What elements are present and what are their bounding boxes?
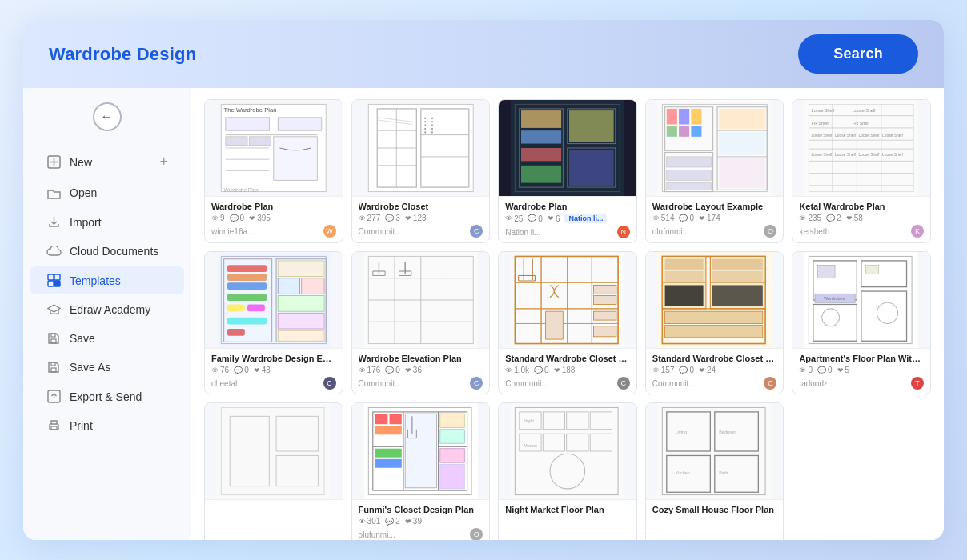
svg-rect-144 bbox=[664, 259, 703, 270]
svg-text:Wardrobes: Wardrobes bbox=[824, 296, 845, 301]
template-info: Wardrobe Closet 👁277 💬3 ❤123 Communit...… bbox=[352, 196, 490, 242]
template-grid: The Wardrobe Plan Wardrobe Plan bbox=[204, 99, 931, 540]
template-card[interactable]: Family Wardrobe Design Example 👁76 💬0 ❤4… bbox=[204, 251, 343, 394]
svg-rect-142 bbox=[664, 311, 762, 323]
export-icon bbox=[46, 390, 62, 403]
new-label: New bbox=[70, 156, 92, 169]
template-meta: 👁277 💬3 ❤123 bbox=[359, 214, 484, 222]
academy-icon bbox=[46, 304, 62, 315]
svg-rect-98 bbox=[227, 265, 267, 272]
sidebar-item-save-as[interactable]: Save As bbox=[30, 354, 184, 381]
templates-label: Templates bbox=[70, 274, 121, 287]
template-meta: 👁0 💬0 ❤5 bbox=[799, 366, 924, 374]
svg-rect-143 bbox=[664, 326, 762, 338]
template-card[interactable] bbox=[204, 402, 343, 540]
sidebar-item-import[interactable]: Import bbox=[30, 208, 184, 236]
template-name: Ketal Wardrobe Plan bbox=[799, 202, 924, 211]
sidebar-item-new[interactable]: New + bbox=[30, 146, 184, 178]
save-as-label: Save As bbox=[70, 361, 110, 374]
svg-rect-182 bbox=[439, 430, 464, 443]
import-label: Import bbox=[70, 216, 102, 229]
author-name: winnie16a... bbox=[211, 227, 254, 236]
template-card[interactable]: Funmi's Closet Design Plan 👁301 💬2 ❤39 o… bbox=[351, 402, 491, 540]
template-thumbnail: The Wardrobe Plan Wardrobe Plan bbox=[205, 100, 343, 196]
template-card[interactable]: Living Bedroom Kitchen Bath Cozy Small H… bbox=[645, 402, 784, 540]
svg-rect-134 bbox=[594, 326, 616, 337]
template-card[interactable]: Wardrobe Layout Example 👁514 💬0 ❤174 olu… bbox=[645, 99, 784, 243]
svg-rect-131 bbox=[594, 285, 616, 294]
template-name: Wardrobe Plan bbox=[211, 202, 336, 211]
back-button[interactable]: ← bbox=[93, 102, 122, 131]
template-info: Night Market Floor Plan bbox=[499, 499, 636, 521]
template-card[interactable]: Wardrobe Elevation Plan 👁176 💬0 ❤36 Comm… bbox=[351, 251, 491, 394]
svg-rect-5 bbox=[54, 274, 60, 280]
svg-text:Market: Market bbox=[524, 443, 537, 448]
svg-rect-109 bbox=[278, 296, 324, 312]
author-avatar: W bbox=[323, 225, 336, 238]
svg-rect-99 bbox=[227, 274, 267, 281]
svg-rect-7 bbox=[54, 281, 60, 286]
author-avatar: C bbox=[470, 377, 483, 390]
template-card[interactable]: ... Wardrobe Closet 👁277 💬3 ❤123 Communi… bbox=[351, 99, 491, 243]
templates-icon bbox=[46, 274, 62, 287]
svg-rect-158 bbox=[818, 265, 836, 278]
search-title: Wardrobe Design bbox=[49, 44, 196, 65]
svg-rect-181 bbox=[439, 414, 464, 427]
svg-rect-176 bbox=[375, 426, 402, 434]
svg-rect-58 bbox=[691, 109, 701, 125]
search-button[interactable]: Search bbox=[798, 34, 918, 74]
svg-rect-8 bbox=[51, 339, 56, 343]
template-thumbnail: ... bbox=[352, 100, 490, 196]
svg-text:Bath: Bath bbox=[719, 470, 728, 475]
template-card[interactable]: Standard Wardrobe Closet Design 👁1.0k 💬0… bbox=[498, 251, 637, 394]
sidebar-item-save[interactable]: Save bbox=[30, 325, 184, 352]
svg-rect-177 bbox=[375, 449, 402, 458]
sidebar-item-export[interactable]: Export & Send bbox=[30, 382, 184, 410]
template-info: Ketal Wardrobe Plan 👁235 💬2 ❤58 ketsheth… bbox=[792, 196, 930, 242]
svg-rect-69 bbox=[719, 158, 765, 188]
svg-rect-101 bbox=[227, 294, 267, 301]
author-name: cheetah bbox=[211, 379, 240, 388]
template-card[interactable]: Wardrobes Apartment's Floor Plan Without… bbox=[792, 251, 931, 394]
svg-rect-21 bbox=[226, 137, 247, 146]
sidebar-item-academy[interactable]: Edraw Academy bbox=[30, 296, 184, 323]
template-name: Night Market Floor Plan bbox=[505, 505, 630, 514]
template-thumbnail: Loose Shelf Loose Shelf Fix Shelf Fix Sh… bbox=[792, 100, 930, 196]
svg-rect-49 bbox=[569, 110, 614, 142]
author-name: tadoodz... bbox=[799, 379, 834, 388]
svg-text:Loose Shelf: Loose Shelf bbox=[882, 134, 903, 138]
svg-text:Loose Shelf: Loose Shelf bbox=[812, 153, 833, 157]
template-card[interactable]: Night Market Night Market Floor Plan bbox=[498, 402, 637, 540]
template-meta: 👁514 💬0 ❤174 bbox=[652, 214, 777, 222]
template-meta: 👁25 💬0 ❤6 Nation li... bbox=[505, 214, 630, 223]
content-area[interactable]: The Wardrobe Plan Wardrobe Plan bbox=[191, 88, 944, 540]
template-meta: 👁235 💬2 ❤58 bbox=[799, 214, 924, 222]
cloud-icon bbox=[46, 246, 62, 257]
template-card[interactable]: The Wardrobe Plan Wardrobe Plan bbox=[204, 99, 343, 243]
svg-rect-6 bbox=[48, 281, 54, 286]
template-info: Family Wardrobe Design Example 👁76 💬0 ❤4… bbox=[205, 348, 343, 394]
sidebar-item-open[interactable]: Open bbox=[30, 179, 184, 206]
search-bar: Wardrobe Design Search bbox=[23, 20, 944, 88]
svg-rect-70 bbox=[804, 100, 918, 196]
author-name: olufunmi... bbox=[359, 530, 395, 539]
template-name: Wardrobe Layout Example bbox=[652, 202, 777, 211]
template-name: Apartment's Floor Plan Without Walls War… bbox=[799, 354, 924, 363]
svg-rect-178 bbox=[375, 459, 402, 468]
svg-rect-48 bbox=[521, 166, 561, 183]
author-name: olufunmi... bbox=[652, 227, 689, 236]
template-card[interactable]: Wardrobe Plan 👁25 💬0 ❤6 Nation li... Nat… bbox=[498, 99, 637, 243]
svg-rect-149 bbox=[712, 285, 762, 306]
sidebar-item-cloud[interactable]: Cloud Documents bbox=[30, 238, 184, 265]
template-card[interactable]: Standard Wardrobe Closet Plan 👁157 💬0 ❤2… bbox=[645, 251, 784, 394]
svg-rect-57 bbox=[679, 109, 689, 125]
template-card[interactable]: Loose Shelf Loose Shelf Fix Shelf Fix Sh… bbox=[792, 99, 931, 243]
sidebar-item-templates[interactable]: Templates bbox=[30, 266, 184, 294]
svg-rect-108 bbox=[302, 278, 324, 294]
sidebar-item-print[interactable]: Print bbox=[30, 412, 184, 439]
svg-rect-102 bbox=[227, 304, 245, 311]
svg-rect-107 bbox=[278, 278, 299, 294]
svg-rect-10 bbox=[51, 368, 56, 372]
svg-rect-110 bbox=[278, 313, 324, 329]
svg-rect-183 bbox=[439, 449, 464, 462]
